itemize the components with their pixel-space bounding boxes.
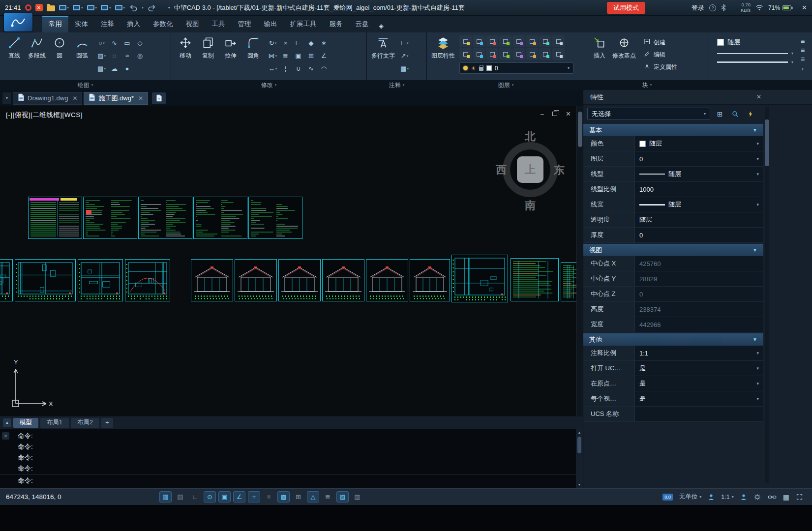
ribbon-tab-3[interactable]: 插入 <box>120 16 147 32</box>
ellipse-icon[interactable]: ○▾ <box>96 38 107 48</box>
restore-icon[interactable] <box>552 112 557 116</box>
add-layout-button[interactable]: + <box>101 418 113 428</box>
section-header-2[interactable]: 其他▼ <box>583 333 763 346</box>
layout-tab-1[interactable]: 布局1 <box>40 418 69 428</box>
panel-title-modify[interactable]: 修改▾ <box>171 80 366 90</box>
grid-table-icon[interactable]: ▦ <box>783 493 789 501</box>
spline-icon[interactable]: ∿ <box>109 38 120 48</box>
precision-badge[interactable]: 0.0 <box>662 494 673 501</box>
units-dropdown[interactable]: 无单位▾ <box>679 493 702 501</box>
ribbon-style-icon[interactable]: ◈ <box>379 23 384 30</box>
panel-title-draw[interactable]: 绘图▾ <box>0 80 171 90</box>
layer-tool-icon[interactable] <box>539 35 551 47</box>
command-window[interactable]: ✕ 命令:命令:命令:命令: 命令: ▲ ▼ <box>0 429 583 488</box>
canvas-scrollbar[interactable] <box>576 106 583 416</box>
object-snap-tracking-icon[interactable]: ∠ <box>233 491 245 502</box>
property-value-cell[interactable]: 1:1▾ <box>634 346 763 360</box>
base-point-button[interactable]: .nd{fill:#3db6ec;stroke:none}.fd{fill:#1… <box>611 33 637 80</box>
transparency-icon[interactable]: ▩ <box>277 491 290 502</box>
lengthen-icon[interactable]: ↔▾ <box>267 63 278 74</box>
ribbon-tab-7[interactable]: 管理 <box>232 16 258 32</box>
layer-properties-button[interactable]: .nd{fill:#3db6ec;stroke:none}.fd{fill:#1… <box>430 33 456 80</box>
layer-tool-icon[interactable] <box>512 48 525 60</box>
line-button[interactable]: .nd{fill:#3db6ec;stroke:none}.fd{fill:#1… <box>3 33 26 80</box>
collapse-command-icon[interactable]: ▲ <box>3 418 11 427</box>
ribbon-tab-6[interactable]: 工具 <box>206 16 232 32</box>
define-attribute-button[interactable]: .nd{fill:#3db6ec;stroke:none}.fd{fill:#1… <box>643 62 677 71</box>
fillet-button[interactable]: .nd{fill:#3db6ec;stroke:none}.fd{fill:#1… <box>242 33 265 80</box>
layer-tool-icon[interactable] <box>499 35 511 47</box>
rectangle-icon[interactable]: ▭ <box>121 38 133 48</box>
section-header-1[interactable]: 视图▼ <box>583 244 763 256</box>
layer-tool-icon[interactable] <box>459 48 472 60</box>
property-value-cell[interactable]: 随层▾ <box>634 136 763 151</box>
region-icon[interactable]: ☁ <box>109 63 120 74</box>
undo-icon[interactable] <box>129 4 138 12</box>
layer-tool-icon[interactable] <box>552 35 565 47</box>
offset-icon[interactable]: ≣ <box>280 51 291 61</box>
ribbon-tab-10[interactable]: 服务 <box>323 16 349 32</box>
trim-icon[interactable]: × <box>280 38 291 48</box>
selection-dropdown[interactable]: 无选择 ▾ <box>587 108 710 120</box>
property-value-cell[interactable]: 0 <box>634 228 763 242</box>
close-icon[interactable]: ✕ <box>566 110 571 118</box>
ribbon-tab-11[interactable]: 云盘 <box>349 16 375 32</box>
layer-tool-icon[interactable] <box>473 35 485 47</box>
ribbon-tab-9[interactable]: 扩展工具 <box>284 16 323 32</box>
close-icon[interactable]: ✕ <box>756 93 761 100</box>
open-drawing-icon[interactable]: ▾ <box>73 5 83 10</box>
wave-icon[interactable]: ≈ <box>121 51 133 61</box>
save-icon[interactable]: ▾ <box>87 5 97 10</box>
title-menu-caret-icon[interactable]: ▾ <box>168 5 170 10</box>
hatch-icon[interactable]: ▨▾ <box>96 51 107 61</box>
break-icon[interactable]: ¦ <box>280 63 291 74</box>
donut-icon[interactable]: ◎ <box>134 51 146 61</box>
model-paper-icon[interactable]: ▨ <box>336 491 349 502</box>
layer-tool-icon[interactable] <box>473 48 485 60</box>
insert-button[interactable]: .nd{fill:#3db6ec;stroke:none}.fd{fill:#1… <box>588 33 611 80</box>
scale-icon[interactable]: ▣ <box>293 51 304 61</box>
dynamic-ucs-icon[interactable]: △ <box>307 491 319 502</box>
layout-tab-2[interactable]: 布局2 <box>71 418 99 428</box>
close-icon[interactable]: ✕ <box>2 432 9 440</box>
ribbon-tab-1[interactable]: 实体 <box>68 16 94 32</box>
array-icon[interactable]: ⊞ <box>305 51 317 61</box>
new-drawing-tab-button[interactable] <box>152 92 166 104</box>
print-icon[interactable]: ▾ <box>101 5 111 10</box>
object-color-dropdown[interactable]: 随层 <box>717 38 793 47</box>
ortho-icon[interactable]: ∟ <box>189 491 201 502</box>
move-button[interactable]: .nd{fill:#3db6ec;stroke:none}.fd{fill:#1… <box>174 33 197 80</box>
polygon-icon[interactable]: ◇ <box>134 38 146 48</box>
pedit-icon[interactable]: ∿ <box>305 63 317 74</box>
stretch-button[interactable]: .nd{fill:#3db6ec;stroke:none}.fd{fill:#1… <box>219 33 242 80</box>
layer-thaw-icon[interactable]: ☀ <box>471 65 476 71</box>
join-icon[interactable]: ∪ <box>293 63 304 74</box>
redo-icon[interactable] <box>148 4 156 12</box>
compass-west-label[interactable]: 西 <box>496 163 507 177</box>
property-value-cell[interactable]: 0▾ <box>634 151 763 166</box>
property-value-cell[interactable]: 随层▾ <box>634 167 763 181</box>
select-objects-icon[interactable] <box>729 108 741 119</box>
scroll-up-icon[interactable]: ▲ <box>578 430 581 435</box>
properties-scrollbar[interactable] <box>765 107 769 483</box>
fullscreen-icon[interactable] <box>796 493 803 501</box>
lineweight-dropdown[interactable]: ▾ <box>717 60 793 64</box>
point-icon[interactable]: ● <box>121 63 133 74</box>
quick-select-icon[interactable]: ⊞ <box>714 108 725 119</box>
layout-tab-0[interactable]: 模型 <box>13 418 38 428</box>
selection-cycling-icon[interactable]: ⊞ <box>292 491 304 502</box>
list-view-icon[interactable]: ≡ <box>801 47 805 53</box>
property-value-cell[interactable]: 随层 <box>634 212 763 227</box>
snap-grid-icon[interactable]: ▦ <box>159 491 172 502</box>
layer-tool-icon[interactable] <box>552 48 565 60</box>
viewport-controls[interactable]: [-][俯视][二维线框][WCS] <box>6 111 83 119</box>
folder-icon[interactable] <box>47 5 55 11</box>
bluetooth-icon[interactable] <box>721 4 726 11</box>
close-icon[interactable]: ✕ <box>138 95 143 102</box>
compass-top-button[interactable]: 上 <box>517 156 543 183</box>
rotate-icon[interactable]: ↻▾ <box>267 38 278 48</box>
ribbon-tab-2[interactable]: 注释 <box>94 16 120 32</box>
polar-tracking-icon[interactable]: ⊙ <box>204 491 216 502</box>
close-icon[interactable]: ✕ <box>802 4 807 11</box>
panel-title-block[interactable]: 块▾ <box>585 80 709 90</box>
